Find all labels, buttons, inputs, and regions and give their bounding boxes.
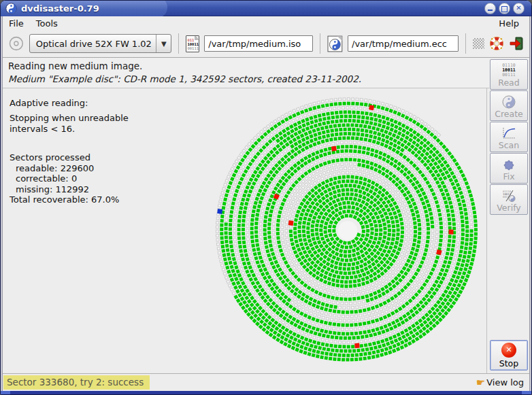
sectors-processed-title: Sectors processed xyxy=(10,152,129,163)
verify-button[interactable]: 011101001100111 Verify xyxy=(490,184,528,215)
drive-selector-value: Optical drive 52X FW 1.02 xyxy=(30,39,156,49)
reading-mode-title: Adaptive reading: xyxy=(10,98,129,108)
window-border-right xyxy=(529,16,531,391)
read-button[interactable]: 01110 10011 00111 Read xyxy=(490,59,528,90)
stop-button-label: Stop xyxy=(499,358,518,368)
resize-grip-right[interactable] xyxy=(522,391,531,394)
pointing-hand-icon: ☛ xyxy=(476,378,485,388)
action-sidebar: 01110 10011 00111 Read Create Scan xyxy=(489,58,529,373)
drive-selector-dropdown[interactable]: Optical drive 52X FW 1.02 ▼ xyxy=(29,34,172,53)
toolbar: Optical drive 52X FW 1.02 ▼ 011 10011 00… xyxy=(3,30,529,58)
scan-button-label: Scan xyxy=(499,140,519,150)
menubar: File Tools Help xyxy=(3,16,529,30)
exit-door-icon xyxy=(509,36,524,51)
window-title: dvdisaster-0.79 xyxy=(21,3,99,14)
app-window: dvdisaster-0.79 ✕ File Tools Help Optica… xyxy=(0,0,532,395)
app-logo-yinyang-icon xyxy=(5,3,17,14)
menu-help[interactable]: Help xyxy=(493,18,525,29)
stat-correctable: correctable: 0 xyxy=(10,173,129,184)
toolbar-separator xyxy=(320,33,320,54)
sector-status-message: Sector 333680, try 2: success xyxy=(3,375,150,390)
puzzle-icon xyxy=(502,158,516,171)
ecc-file-icon xyxy=(327,35,343,52)
compare-icon: 011101001100111 xyxy=(501,189,516,203)
sidebar-divider xyxy=(486,88,487,373)
drive-icon xyxy=(8,35,24,52)
curve-chart-icon xyxy=(501,126,516,140)
disc-spiral-canvas xyxy=(205,89,489,373)
image-file-input[interactable] xyxy=(204,35,313,52)
create-button-label: Create xyxy=(495,109,523,119)
stop-icon: ✕ xyxy=(501,343,516,358)
strategy-line: intervals < 16. xyxy=(10,124,129,135)
preferences-button-disabled xyxy=(473,38,484,49)
yin-yang-icon xyxy=(502,95,516,109)
fix-button[interactable]: Fix xyxy=(490,153,528,184)
status-header: Reading new medium image. Medium "Exampl… xyxy=(3,58,489,88)
create-button[interactable]: Create xyxy=(490,90,528,121)
image-file-icon: 011 10011 00111 xyxy=(186,35,199,52)
menu-file[interactable]: File xyxy=(3,18,30,29)
stat-readable: readable: 229600 xyxy=(10,163,129,174)
scan-button[interactable]: Scan xyxy=(490,122,528,152)
menu-tools[interactable]: Tools xyxy=(30,18,64,29)
strategy-line: Stopping when unreadable xyxy=(10,113,129,124)
maximize-button[interactable] xyxy=(499,3,510,14)
toolbar-separator xyxy=(465,33,466,54)
statusbar: Sector 333680, try 2: success ☛ View log xyxy=(3,373,529,391)
stat-total-recoverable: Total recoverable: 67.0% xyxy=(10,194,129,205)
chevron-down-icon: ▼ xyxy=(156,35,171,52)
ecc-file-input[interactable] xyxy=(348,35,459,52)
window-border-bottom xyxy=(1,391,531,394)
stat-missing: missing: 112992 xyxy=(10,184,129,195)
view-log-button[interactable]: ☛ View log xyxy=(476,377,529,388)
reading-stats-panel: Adaptive reading: Stopping when unreadab… xyxy=(10,98,129,205)
view-log-label: View log xyxy=(486,377,524,388)
quit-button[interactable] xyxy=(509,36,524,51)
binary-digits-icon: 01110 10011 00111 xyxy=(502,63,516,78)
help-button[interactable] xyxy=(489,36,504,51)
preferences-icon xyxy=(473,38,484,49)
toolbar-separator xyxy=(178,33,179,54)
operation-status-line: Reading new medium image. xyxy=(8,61,489,71)
medium-info-line: Medium "Example disc": CD-R mode 1, 3425… xyxy=(8,73,489,84)
resize-grip-left[interactable] xyxy=(1,391,10,394)
minimize-button[interactable] xyxy=(484,3,496,14)
read-button-label: Read xyxy=(498,78,519,88)
lifesaver-help-icon xyxy=(489,36,504,51)
fix-button-label: Fix xyxy=(503,171,514,182)
close-button[interactable]: ✕ xyxy=(513,3,525,14)
titlebar[interactable]: dvdisaster-0.79 ✕ xyxy=(1,1,531,16)
verify-button-label: Verify xyxy=(497,203,520,213)
stop-button[interactable]: ✕ Stop xyxy=(490,340,528,371)
main-area: Adaptive reading: Stopping when unreadab… xyxy=(3,88,529,373)
